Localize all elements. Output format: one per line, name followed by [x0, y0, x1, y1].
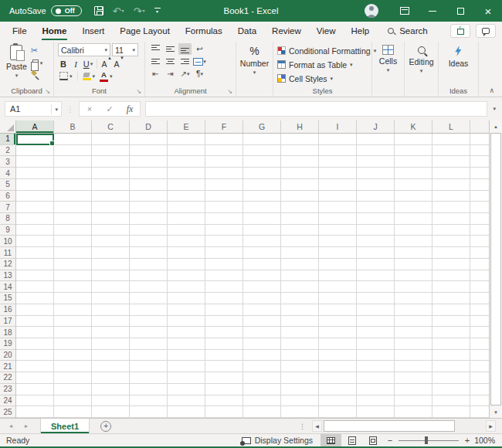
zoom-slider[interactable]	[399, 434, 459, 446]
undo-button[interactable]: ↶▾	[113, 6, 124, 16]
row-header[interactable]: 12	[0, 259, 15, 270]
scroll-left-icon[interactable]: ◀	[312, 420, 322, 432]
column-header[interactable]: L	[432, 120, 470, 133]
column-header[interactable]: I	[319, 120, 357, 133]
column-header[interactable]: F	[205, 120, 243, 133]
format-painter-button[interactable]	[31, 70, 43, 79]
select-all-corner[interactable]	[0, 120, 16, 133]
share-button[interactable]	[450, 24, 470, 38]
collapse-ribbon-button[interactable]: ∧	[489, 87, 494, 94]
top-align-button[interactable]	[149, 43, 162, 55]
ribbon-tab[interactable]: Help	[344, 22, 378, 40]
comments-button[interactable]	[476, 24, 496, 38]
ideas-button[interactable]: Ideas	[446, 43, 471, 85]
display-settings-button[interactable]: Display Settings	[234, 434, 321, 446]
row-header[interactable]: 8	[0, 213, 15, 225]
italic-button[interactable]: I	[70, 58, 81, 70]
row-header[interactable]: 21	[0, 361, 15, 372]
vertical-scrollbar[interactable]: ▲ ▼	[489, 120, 502, 418]
horizontal-scroll-thumb[interactable]	[324, 420, 455, 432]
page-break-view-button[interactable]	[362, 434, 383, 446]
ribbon-tab[interactable]: Formulas	[178, 22, 230, 40]
column-header[interactable]: E	[168, 120, 205, 133]
column-header[interactable]: G	[243, 120, 281, 133]
vertical-scroll-track[interactable]	[490, 132, 502, 406]
row-header[interactable]: 20	[0, 350, 15, 361]
save-icon[interactable]	[94, 6, 103, 15]
name-box[interactable]: A1 ▾	[5, 101, 62, 117]
font-name-combo[interactable]: Calibri▾	[58, 43, 110, 56]
column-header[interactable]: H	[281, 120, 319, 133]
middle-align-button[interactable]	[164, 43, 177, 55]
vertical-scroll-thumb[interactable]	[490, 133, 501, 406]
alignment-dialog-launcher[interactable]: ↘	[227, 89, 232, 95]
ribbon-tab[interactable]: Page Layout	[112, 22, 178, 40]
ribbon-tab[interactable]: Home	[35, 22, 75, 40]
formula-bar-grip[interactable]: ⋮	[66, 105, 74, 114]
increase-indent-button[interactable]: ⇥	[164, 68, 177, 80]
zoom-in-button[interactable]: +	[460, 436, 474, 445]
row-header[interactable]: 18	[0, 327, 15, 338]
editing-button[interactable]: Editing ▾	[406, 43, 436, 85]
row-header[interactable]: 14	[0, 281, 15, 293]
account-avatar[interactable]	[365, 4, 378, 18]
sheet-tab-active[interactable]: Sheet1	[40, 419, 90, 433]
increase-font-size-button[interactable]: A▲	[100, 58, 111, 70]
cut-button[interactable]: ✂	[31, 46, 43, 55]
normal-view-button[interactable]	[321, 434, 341, 446]
column-header[interactable]: C	[92, 120, 130, 133]
row-header[interactable]: 3	[0, 156, 15, 168]
text-direction-button[interactable]: ¶▾	[193, 68, 206, 80]
row-header[interactable]: 15	[0, 293, 15, 304]
maximize-button[interactable]	[446, 0, 474, 22]
row-header[interactable]: 17	[0, 316, 15, 328]
cells-button[interactable]: Cells ▾	[377, 43, 399, 85]
row-header[interactable]: 10	[0, 236, 15, 247]
cancel-button[interactable]: ×	[80, 104, 100, 114]
ribbon-display-options-button[interactable]	[391, 0, 419, 22]
close-button[interactable]: ×	[474, 0, 502, 22]
underline-button[interactable]: U▾	[83, 58, 93, 70]
font-color-button[interactable]: A▾	[98, 71, 114, 82]
autosave-toggle[interactable]: Off	[51, 5, 82, 16]
zoom-slider-thumb[interactable]	[425, 436, 428, 444]
scroll-right-icon[interactable]: ▶	[486, 420, 496, 432]
cell-styles-button[interactable]: Cell Styles ▾	[277, 73, 368, 84]
row-header[interactable]: 11	[0, 247, 15, 259]
bold-button[interactable]: B	[58, 58, 69, 70]
row-header[interactable]: 5	[0, 179, 15, 191]
row-header[interactable]: 9	[0, 225, 15, 236]
ribbon-tab[interactable]: File	[5, 22, 35, 40]
row-header[interactable]: 2	[0, 145, 15, 157]
next-sheet-icon[interactable]: ▸	[25, 423, 28, 429]
ribbon-tab[interactable]: View	[309, 22, 344, 40]
row-header[interactable]: 22	[0, 372, 15, 384]
row-header[interactable]: 19	[0, 338, 15, 350]
sheet-bar-grip[interactable]: ⋮	[299, 423, 306, 430]
decrease-indent-button[interactable]: ⇤	[149, 68, 162, 80]
bottom-align-button[interactable]	[178, 43, 192, 55]
number-format-button[interactable]: % Number ▾	[238, 43, 271, 85]
horizontal-scroll-track[interactable]	[322, 420, 486, 432]
scroll-down-icon[interactable]: ▼	[490, 406, 502, 418]
insert-function-button[interactable]: fx	[120, 104, 140, 115]
ribbon-tab[interactable]: Review	[264, 22, 309, 40]
row-header[interactable]: 25	[0, 406, 15, 418]
fill-color-button[interactable]: ▾	[81, 73, 97, 80]
row-header[interactable]: 4	[0, 168, 15, 179]
paste-button[interactable]: Paste ▾	[4, 43, 29, 85]
column-header[interactable]: K	[395, 120, 432, 133]
column-header[interactable]: J	[357, 120, 395, 133]
format-as-table-button[interactable]: Format as Table ▾	[277, 59, 368, 70]
align-center-button[interactable]	[164, 56, 177, 67]
scroll-up-icon[interactable]: ▲	[490, 120, 502, 132]
row-header[interactable]: 1	[0, 134, 15, 145]
conditional-formatting-button[interactable]: Conditional Formatting ▾	[277, 45, 368, 56]
row-header[interactable]: 16	[0, 304, 15, 316]
column-header[interactable]: A	[16, 120, 54, 133]
copy-button[interactable]: ▾	[31, 58, 43, 67]
zoom-out-button[interactable]: −	[383, 436, 397, 445]
row-header[interactable]: 6	[0, 191, 15, 202]
enter-button[interactable]: ✓	[100, 104, 120, 114]
merge-center-button[interactable]: ▾	[193, 56, 206, 67]
